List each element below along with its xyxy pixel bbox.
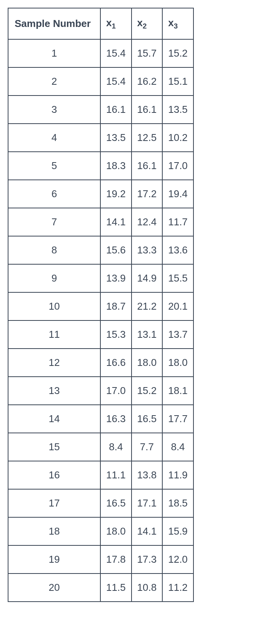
cell-sample-number: 12	[8, 349, 100, 377]
cell-sample-number: 2	[8, 67, 100, 96]
table-row: 619.217.219.4	[8, 180, 193, 208]
cell-x2: 16.1	[132, 152, 163, 180]
cell-sample-number: 19	[8, 545, 100, 574]
cell-x1: 16.1	[100, 96, 132, 124]
cell-x1: 16.3	[100, 405, 132, 433]
cell-x2: 14.9	[132, 264, 163, 292]
table-row: 1115.313.113.7	[8, 320, 193, 349]
cell-x1: 16.5	[100, 489, 132, 517]
cell-x3: 15.9	[162, 517, 193, 545]
table-row: 1818.014.115.9	[8, 517, 193, 545]
table-row: 714.112.411.7	[8, 208, 193, 236]
cell-x3: 18.1	[162, 377, 193, 405]
data-table: Sample Number x1 x2 x3 115.415.715.2215.…	[8, 8, 194, 602]
cell-x1: 13.5	[100, 124, 132, 152]
cell-x1: 18.0	[100, 517, 132, 545]
cell-x1: 15.4	[100, 67, 132, 96]
cell-sample-number: 11	[8, 320, 100, 349]
table-row: 2011.510.811.2	[8, 574, 193, 602]
cell-sample-number: 6	[8, 180, 100, 208]
cell-x3: 11.7	[162, 208, 193, 236]
cell-sample-number: 15	[8, 433, 100, 461]
header-x2: x2	[132, 8, 163, 39]
cell-x2: 21.2	[132, 292, 163, 320]
cell-x3: 13.6	[162, 236, 193, 264]
cell-x2: 15.7	[132, 39, 163, 67]
cell-x3: 8.4	[162, 433, 193, 461]
cell-x3: 15.2	[162, 39, 193, 67]
cell-sample-number: 7	[8, 208, 100, 236]
table-row: 518.316.117.0	[8, 152, 193, 180]
table-row: 115.415.715.2	[8, 39, 193, 67]
cell-x1: 13.9	[100, 264, 132, 292]
cell-sample-number: 20	[8, 574, 100, 602]
cell-x3: 12.0	[162, 545, 193, 574]
cell-x3: 19.4	[162, 180, 193, 208]
cell-x3: 11.9	[162, 461, 193, 489]
cell-sample-number: 14	[8, 405, 100, 433]
table-row: 1317.015.218.1	[8, 377, 193, 405]
table-row: 815.613.313.6	[8, 236, 193, 264]
cell-x3: 13.7	[162, 320, 193, 349]
cell-sample-number: 18	[8, 517, 100, 545]
cell-x2: 17.2	[132, 180, 163, 208]
cell-x2: 16.2	[132, 67, 163, 96]
cell-x2: 17.3	[132, 545, 163, 574]
cell-sample-number: 9	[8, 264, 100, 292]
table-row: 1416.316.517.7	[8, 405, 193, 433]
cell-x1: 19.2	[100, 180, 132, 208]
table-row: 1716.517.118.5	[8, 489, 193, 517]
cell-x2: 18.0	[132, 349, 163, 377]
cell-x3: 15.1	[162, 67, 193, 96]
cell-x3: 13.5	[162, 96, 193, 124]
cell-sample-number: 5	[8, 152, 100, 180]
cell-x2: 14.1	[132, 517, 163, 545]
cell-x1: 15.4	[100, 39, 132, 67]
cell-x3: 15.5	[162, 264, 193, 292]
cell-sample-number: 17	[8, 489, 100, 517]
cell-x1: 18.7	[100, 292, 132, 320]
cell-sample-number: 13	[8, 377, 100, 405]
cell-sample-number: 16	[8, 461, 100, 489]
cell-x2: 15.2	[132, 377, 163, 405]
header-sample-number: Sample Number	[8, 8, 100, 39]
cell-x3: 20.1	[162, 292, 193, 320]
cell-x1: 17.0	[100, 377, 132, 405]
cell-x2: 10.8	[132, 574, 163, 602]
cell-x2: 16.5	[132, 405, 163, 433]
cell-x2: 16.1	[132, 96, 163, 124]
cell-x1: 11.5	[100, 574, 132, 602]
header-x1: x1	[100, 8, 132, 39]
cell-sample-number: 4	[8, 124, 100, 152]
cell-x3: 11.2	[162, 574, 193, 602]
cell-x2: 12.4	[132, 208, 163, 236]
cell-sample-number: 1	[8, 39, 100, 67]
cell-x2: 13.3	[132, 236, 163, 264]
cell-x2: 12.5	[132, 124, 163, 152]
table-row: 1018.721.220.1	[8, 292, 193, 320]
table-row: 1611.113.811.9	[8, 461, 193, 489]
table-row: 1216.618.018.0	[8, 349, 193, 377]
header-x3: x3	[162, 8, 193, 39]
cell-x1: 14.1	[100, 208, 132, 236]
cell-x1: 18.3	[100, 152, 132, 180]
cell-x3: 18.0	[162, 349, 193, 377]
cell-x1: 17.8	[100, 545, 132, 574]
table-row: 913.914.915.5	[8, 264, 193, 292]
cell-x1: 11.1	[100, 461, 132, 489]
table-row: 158.47.78.4	[8, 433, 193, 461]
table-row: 1917.817.312.0	[8, 545, 193, 574]
table-row: 413.512.510.2	[8, 124, 193, 152]
table-row: 215.416.215.1	[8, 67, 193, 96]
cell-x3: 18.5	[162, 489, 193, 517]
cell-x1: 15.6	[100, 236, 132, 264]
table-row: 316.116.113.5	[8, 96, 193, 124]
cell-sample-number: 10	[8, 292, 100, 320]
cell-x3: 17.0	[162, 152, 193, 180]
cell-x1: 15.3	[100, 320, 132, 349]
cell-x3: 10.2	[162, 124, 193, 152]
header-row: Sample Number x1 x2 x3	[8, 8, 193, 39]
cell-x2: 13.8	[132, 461, 163, 489]
cell-x3: 17.7	[162, 405, 193, 433]
cell-sample-number: 8	[8, 236, 100, 264]
